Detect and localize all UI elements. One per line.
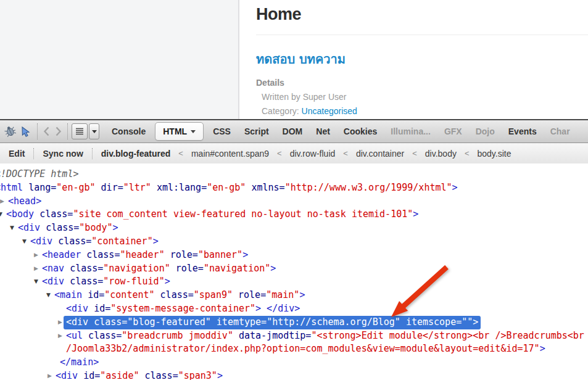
tab-char[interactable]: Char xyxy=(544,126,577,136)
code-tag: > xyxy=(242,249,248,260)
breadcrumb-item[interactable]: div.body xyxy=(425,149,457,159)
dom-tree-node[interactable]: ▼<div class="body"> xyxy=(18,221,588,235)
code-attr-name: xml:lang= xyxy=(151,182,207,193)
code-attr-name: data-jmodtip= xyxy=(233,330,311,341)
dom-tree-node[interactable]: ▼<div class="row-fluid"> xyxy=(42,275,588,289)
breadcrumb-item[interactable]: main#content.span9 xyxy=(191,149,269,159)
expand-toggle-icon[interactable]: ▶ xyxy=(0,195,8,209)
tab-cookies[interactable]: Cookies xyxy=(337,126,384,136)
code-attr-name: itemscope= xyxy=(400,316,462,328)
code-attr-value: "blog-featured" xyxy=(127,316,210,328)
code-tag: > xyxy=(217,370,223,380)
divider xyxy=(256,35,588,35)
code-attr-name: class= xyxy=(34,209,73,220)
page-content: Home ทดสอบ บทความ Details Written by Sup… xyxy=(241,0,588,119)
forward-icon[interactable] xyxy=(54,125,62,138)
breadcrumb-item[interactable]: body.site xyxy=(478,149,511,159)
code-attr-name: id= xyxy=(88,303,110,314)
collapse-toggle-icon[interactable]: ▼ xyxy=(34,275,42,289)
page-sidebar xyxy=(0,0,239,119)
dom-tree-node[interactable]: /Joomla33b2/administrator/index.php?opti… xyxy=(66,342,588,356)
code-attr-name: class= xyxy=(52,236,91,247)
dom-tree-node[interactable]: ▶<head> xyxy=(8,195,588,209)
category-link[interactable]: Uncategorised xyxy=(302,106,357,116)
dom-tree-node[interactable]: ▶<nav class="navigation" role="navigatio… xyxy=(42,262,588,276)
back-icon[interactable] xyxy=(43,125,51,138)
expand-toggle-icon[interactable]: ▶ xyxy=(34,262,42,276)
breadcrumb-separator: < xyxy=(178,149,183,158)
code-attr-value: "body" xyxy=(79,222,112,233)
code-tag: <main xyxy=(54,289,82,300)
code-tag: <nav xyxy=(42,263,64,274)
selected-node-highlight[interactable]: <div class="blog-featured" itemtype="htt… xyxy=(64,316,481,329)
code-tag: <html xyxy=(0,182,23,193)
code-attr-value: /Joomla33b2/administrator/index.php?opti… xyxy=(66,343,540,354)
dom-tree-node[interactable]: ▶<div id="aside" class="span3"> xyxy=(56,370,588,380)
code-attr-value: "http://schema.org/Blog" xyxy=(267,316,400,328)
tab-dojo[interactable]: Dojo xyxy=(469,126,502,136)
code-tag: > xyxy=(452,182,458,193)
code-attr-name: dir= xyxy=(96,182,123,193)
sync-now-button[interactable]: Sync now xyxy=(43,149,83,159)
toolbar-separator xyxy=(92,148,93,159)
dom-tree-node[interactable]: ▶<ul class="breadcrumb jmoddiv" data-jmo… xyxy=(66,329,588,343)
code-tag: <ul xyxy=(66,330,83,341)
code-tag: <div xyxy=(30,236,52,247)
collapse-toggle-icon[interactable]: ▼ xyxy=(46,289,54,302)
code-attr-value: "ltr" xyxy=(123,182,151,193)
category-row: Category: Uncategorised xyxy=(256,106,588,116)
dom-tree-node[interactable]: ▶<div class="blog-featured" itemtype="ht… xyxy=(66,316,588,329)
tab-illumina[interactable]: Illumina... xyxy=(384,126,437,136)
tab-net[interactable]: Net xyxy=(309,126,337,136)
dom-tree-node[interactable]: ▼<div class="container"> xyxy=(30,235,588,249)
code-tag: > xyxy=(540,343,545,354)
breadcrumb-item[interactable]: div.container xyxy=(356,149,404,159)
article-title-link[interactable]: ทดสอบ บทความ xyxy=(256,49,588,69)
code-attr-value: "span9" xyxy=(194,289,233,300)
written-by: Written by Super User xyxy=(256,92,588,102)
code-attr-value: "site com_content view-featured no-layou… xyxy=(73,209,413,220)
code-attr-value: "container" xyxy=(91,236,152,247)
collapse-toggle-icon[interactable]: ▼ xyxy=(22,235,30,249)
options-dropdown-icon[interactable] xyxy=(89,123,99,139)
firebug-subtoolbar: Edit Sync now div.blog-featured<main#con… xyxy=(0,143,588,164)
chevron-down-icon xyxy=(191,130,196,133)
breadcrumb-separator: < xyxy=(343,149,348,158)
dom-tree-node[interactable]: <html lang="en-gb" dir="ltr" xml:lang="e… xyxy=(0,181,588,195)
expand-toggle-icon[interactable]: ▶ xyxy=(34,249,42,262)
dom-tree-node[interactable]: </main> xyxy=(60,356,588,370)
tab-script[interactable]: Script xyxy=(238,126,276,136)
tab-events[interactable]: Events xyxy=(502,126,544,136)
code-tag: > xyxy=(473,316,478,328)
tab-html[interactable]: HTML xyxy=(155,122,204,141)
inspect-icon[interactable] xyxy=(20,126,32,138)
dom-tree-node[interactable]: ▼<body class="site com_content view-feat… xyxy=(6,208,588,221)
code-tag: <div xyxy=(66,316,88,328)
tab-dom[interactable]: DOM xyxy=(276,126,310,136)
html-tree-panel[interactable]: <!DOCTYPE html><html lang="en-gb" dir="l… xyxy=(0,163,588,380)
code-tag: > xyxy=(153,236,159,247)
browser-page: Home ทดสอบ บทความ Details Written by Sup… xyxy=(0,0,588,119)
dom-tree-node[interactable]: ▶<header class="header" role="banner"> xyxy=(42,249,588,262)
dom-tree-node[interactable]: <!DOCTYPE html> xyxy=(0,168,588,181)
code-attr-name: lang= xyxy=(23,182,56,193)
tab-console[interactable]: Console xyxy=(105,126,152,136)
breadcrumb-item[interactable]: div.blog-featured xyxy=(101,149,171,159)
code-tag: > xyxy=(270,263,276,274)
firebug-icon[interactable] xyxy=(4,126,16,137)
tab-gfx[interactable]: GFX xyxy=(437,126,469,136)
collapse-toggle-icon[interactable]: ▼ xyxy=(10,221,18,235)
breadcrumb-item[interactable]: div.row-fluid xyxy=(290,149,336,159)
expand-toggle-icon[interactable]: ▶ xyxy=(58,329,66,343)
code-attr-value: "en-gb" xyxy=(207,182,246,193)
panel-list-icon[interactable] xyxy=(72,123,88,139)
dom-tree-node[interactable]: ▼<main id="content" class="span9" role="… xyxy=(54,289,588,302)
expand-toggle-icon[interactable]: ▶ xyxy=(48,370,56,380)
dom-tree-node[interactable]: <div id="system-message-container"> </di… xyxy=(66,302,588,316)
collapse-toggle-icon[interactable]: ▼ xyxy=(0,208,6,221)
edit-button[interactable]: Edit xyxy=(9,149,25,159)
code-attr-value: "row-fluid" xyxy=(103,276,164,287)
code-tag: <div xyxy=(18,222,40,233)
firebug-panel: ConsoleHTMLCSSScriptDOMNetCookiesIllumin… xyxy=(0,119,588,380)
tab-css[interactable]: CSS xyxy=(206,126,238,136)
